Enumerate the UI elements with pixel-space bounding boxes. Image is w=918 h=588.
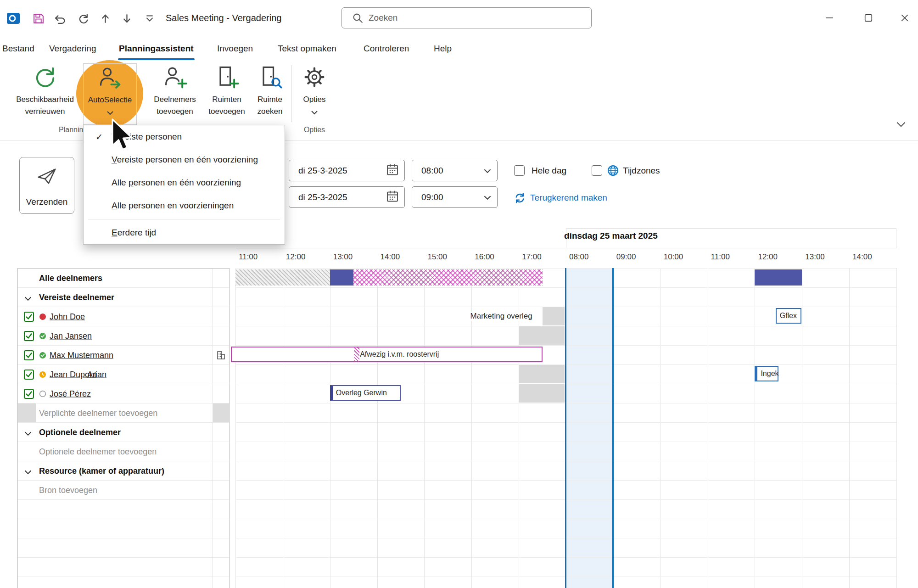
attendee-panel: Alle deelnemersVereiste deelnemerJohn Do…: [17, 268, 230, 588]
attendee-checkbox[interactable]: [24, 370, 34, 380]
attendee-name-link[interactable]: Jan Jansen: [50, 331, 92, 341]
status-yellow-icon: [39, 371, 46, 378]
event-afwezig-i-v-m-roostervrij[interactable]: Afwezig i.v.m. roostervrij: [231, 347, 543, 362]
time-label: 11:00: [239, 252, 257, 262]
add-placeholder[interactable]: Optionele deelnemer toevoegen: [39, 447, 157, 456]
menu-item-label: Alle personen en voorzieningen: [112, 201, 234, 211]
time-label: 11:00: [711, 252, 730, 262]
grid-vline: [849, 268, 850, 588]
event-label: Overleg Gerwin: [336, 389, 387, 397]
section-label: Optionele deelnemer: [39, 427, 121, 437]
time-label: 12:00: [758, 252, 778, 262]
time-label: 13:00: [333, 252, 353, 262]
add-placeholder[interactable]: Bron toevoegen: [39, 485, 97, 495]
time-label: 08:00: [569, 252, 589, 262]
attendee-checkbox[interactable]: [24, 389, 34, 399]
add-placeholder[interactable]: Verplichte deelnemer toevoegen: [39, 408, 157, 418]
busy-block: [519, 384, 565, 403]
event-gflex[interactable]: Gflex: [776, 308, 802, 324]
all-attendees-label: Alle deelnemers: [39, 273, 102, 283]
availability-solid-indigo: [755, 269, 802, 286]
panel-row-jean-dupont[interactable]: Jean DupontArian: [18, 365, 229, 384]
status-green-icon: [39, 332, 46, 340]
attendee-name-link[interactable]: José Pérez: [50, 389, 91, 398]
panel-row-jos-p-rez[interactable]: José Pérez: [18, 384, 229, 403]
selected-range-border[interactable]: [612, 268, 614, 588]
menu-item-5[interactable]: Eerdere tijd: [84, 221, 285, 244]
grid-vline: [755, 268, 755, 588]
menu-item-label: Eerdere tijd: [112, 228, 156, 238]
menu-item-2[interactable]: Alle personen en één voorziening: [84, 171, 285, 194]
panel-row-verplichte-deelnemer-toevoegen[interactable]: Verplichte deelnemer toevoegen: [18, 403, 229, 423]
event-text-marketing-overleg: Marketing overleg: [469, 312, 534, 321]
gray-cell: [18, 403, 36, 422]
status-open-icon: [39, 390, 46, 398]
panel-row-vereiste-deelnemer[interactable]: Vereiste deelnemer: [18, 288, 229, 307]
time-label: 12:00: [286, 252, 306, 262]
grid-vline: [896, 268, 897, 588]
panel-row-john-doe[interactable]: John Doe: [18, 307, 229, 326]
panel-row-empty-14: [18, 538, 229, 558]
grid-vline: [802, 268, 802, 588]
grid-vline: [424, 268, 425, 588]
event-ingek[interactable]: Ingek: [755, 366, 778, 381]
panel-row-optionele-deelnemer[interactable]: Optionele deelnemer: [18, 423, 229, 442]
time-label: 09:00: [616, 252, 636, 262]
panel-row-empty-16: [18, 577, 229, 588]
check-icon: ✓: [95, 132, 112, 142]
gray-cell: [213, 403, 230, 422]
building-icon: [216, 350, 226, 360]
attendee-name-link[interactable]: Max Mustermann: [50, 350, 113, 360]
availability-hatch-gray: [235, 269, 330, 286]
availability-hatch-magenta: [353, 269, 542, 286]
event-label: Gflex: [780, 312, 797, 320]
busy-block: [543, 307, 565, 325]
event-hatch-strip: [354, 347, 359, 361]
event-overleg-gerwin[interactable]: Overleg Gerwin: [330, 385, 401, 401]
panel-row-bron-toevoegen[interactable]: Bron toevoegen: [18, 481, 229, 500]
chevron-down-icon[interactable]: [24, 295, 32, 300]
selected-time-fill[interactable]: [566, 268, 613, 588]
attendee-checkbox[interactable]: [24, 331, 34, 341]
event-label: Ingek: [761, 370, 778, 378]
menu-item-3[interactable]: Alle personen en voorzieningen: [84, 194, 285, 217]
grid-vline: [377, 268, 378, 588]
panel-row-jan-jansen[interactable]: Jan Jansen: [18, 326, 229, 346]
panel-row-empty-13: [18, 519, 229, 538]
attendee-name-link[interactable]: John Doe: [50, 312, 85, 321]
grid-vline: [661, 268, 661, 588]
time-label: 16:00: [475, 252, 494, 262]
menu-item-label: Vereiste personen en één voorziening: [112, 155, 258, 165]
time-label: 15:00: [427, 252, 447, 262]
overlay-text: Arian: [87, 370, 106, 379]
menu-item-label: Alle personen en één voorziening: [112, 178, 241, 188]
time-label: 14:00: [381, 252, 400, 262]
grid-vline: [283, 268, 283, 588]
panel-row-empty-12: [18, 500, 229, 519]
panel-row-max-mustermann[interactable]: Max Mustermann: [18, 346, 229, 365]
menu-divider: [88, 219, 280, 219]
status-green-icon: [39, 352, 46, 359]
mouse-cursor: [110, 118, 134, 154]
panel-column-divider: [213, 269, 213, 588]
time-label: 17:00: [522, 252, 542, 262]
panel-row-empty-15: [18, 558, 229, 577]
selected-range-border[interactable]: [565, 268, 566, 588]
attendee-checkbox[interactable]: [24, 350, 34, 360]
chevron-down-icon[interactable]: [24, 468, 32, 473]
section-label: Resource (kamer of apparatuur): [39, 466, 164, 476]
panel-row-resource-kamer-of-apparatuur[interactable]: Resource (kamer of apparatuur): [18, 461, 229, 481]
grid-vline: [708, 268, 708, 588]
panel-row-optionele-deelnemer-toevoegen[interactable]: Optionele deelnemer toevoegen: [18, 442, 229, 461]
time-label: 13:00: [805, 252, 825, 262]
grid-vline: [235, 268, 236, 588]
outlook-meeting-window: Sales Meeting - Vergadering Zoeken Besta…: [0, 0, 918, 588]
section-label: Vereiste deelnemer: [39, 292, 114, 302]
attendee-checkbox[interactable]: [24, 312, 34, 322]
chevron-down-icon[interactable]: [24, 430, 32, 435]
status-red-icon: [39, 313, 46, 320]
time-label: 14:00: [852, 252, 872, 262]
busy-block: [519, 365, 565, 383]
busy-block: [519, 326, 565, 345]
time-label: 10:00: [664, 252, 683, 262]
